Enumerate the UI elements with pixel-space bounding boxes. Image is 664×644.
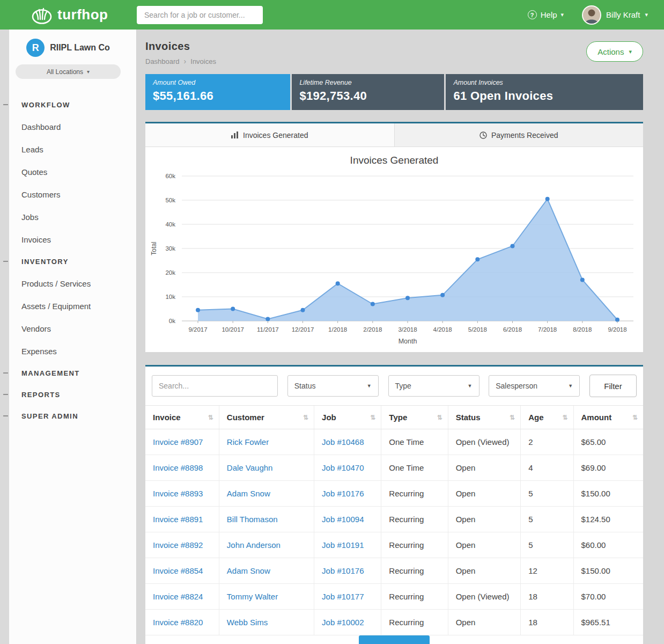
column-header-label: Amount [581, 413, 612, 422]
column-header-amount[interactable]: Amount⇅ [573, 406, 643, 429]
job-link[interactable]: Job #10470 [322, 463, 364, 472]
customer-link[interactable]: Webb Sims [227, 618, 268, 627]
sidebar-section-super-admin[interactable]: SUPER ADMIN [0, 405, 136, 427]
sidebar-item-quotes[interactable]: Quotes [0, 160, 136, 183]
job-link[interactable]: Job #10468 [322, 437, 364, 447]
x-tick-label: 3/2018 [398, 326, 417, 333]
sort-icon[interactable]: ⇅ [370, 414, 375, 421]
sort-icon[interactable]: ⇅ [437, 414, 442, 421]
age-cell: 4 [528, 463, 533, 472]
y-tick-label: 30k [165, 245, 175, 252]
invoice-link[interactable]: Invoice #8824 [153, 592, 203, 601]
user-menu[interactable]: Billy Kraft ▾ [582, 5, 648, 25]
page-title: Invoices [145, 40, 216, 53]
chart-panel: Invoices Generated Payments Received Inv… [145, 122, 643, 352]
column-header-job[interactable]: Job⇅ [314, 406, 381, 429]
tab-payments-received[interactable]: Payments Received [394, 123, 644, 147]
invoices-generated-chart[interactable]: 0k10k20k30k40k50k60k9/201710/201711/2017… [147, 169, 641, 349]
invoice-link[interactable]: Invoice #8893 [153, 489, 203, 498]
topbar: turfhop ? Help ▾ Billy Kraft ▾ [0, 0, 664, 30]
pagination-active-page[interactable] [359, 635, 430, 644]
amount-cell: $965.51 [581, 618, 610, 627]
job-link[interactable]: Job #10177 [322, 592, 364, 601]
avatar [582, 5, 601, 25]
customer-link[interactable]: Rick Fowler [227, 437, 269, 447]
sidebar-item-leads[interactable]: Leads [0, 138, 136, 160]
status-select[interactable]: Status ▼ [287, 375, 379, 397]
job-link[interactable]: Job #10002 [322, 618, 364, 627]
column-header-customer[interactable]: Customer⇅ [219, 406, 314, 429]
amount-cell: $124.50 [581, 515, 610, 524]
filter-button[interactable]: Filter [589, 375, 637, 397]
status-cell: Open [456, 463, 476, 472]
column-header-type[interactable]: Type⇅ [381, 406, 448, 429]
sidebar-item-assets-equipment[interactable]: Assets / Equipment [0, 295, 136, 317]
sidebar-item-jobs[interactable]: Jobs [0, 206, 136, 228]
job-link[interactable]: Job #10176 [322, 566, 364, 575]
sort-icon[interactable]: ⇅ [208, 414, 213, 421]
column-header-label: Job [322, 413, 336, 422]
status-select-value: Status [294, 382, 316, 390]
brand[interactable]: turfhop [0, 6, 137, 24]
column-header-invoice[interactable]: Invoice⇅ [145, 406, 219, 429]
customer-link[interactable]: Dale Vaughn [227, 463, 273, 472]
location-selector[interactable]: All Locations ▾ [16, 64, 121, 79]
table-header-row: Invoice⇅Customer⇅Job⇅Type⇅Status⇅Age⇅Amo… [145, 406, 643, 429]
x-tick-label: 12/2017 [292, 326, 314, 333]
invoice-link[interactable]: Invoice #8898 [153, 463, 203, 472]
breadcrumb-dashboard[interactable]: Dashboard [145, 57, 180, 65]
salesperson-select[interactable]: Salesperson ▼ [489, 375, 580, 397]
help-icon: ? [528, 10, 537, 19]
sidebar-section-reports[interactable]: REPORTS [0, 384, 136, 405]
type-select[interactable]: Type ▼ [388, 375, 479, 397]
sidebar-item-vendors[interactable]: Vendors [0, 317, 136, 340]
column-header-age[interactable]: Age⇅ [521, 406, 573, 429]
salesperson-select-value: Salesperson [496, 382, 537, 390]
sort-icon[interactable]: ⇅ [562, 414, 567, 421]
job-link[interactable]: Job #10191 [322, 540, 364, 550]
sort-icon[interactable]: ⇅ [303, 414, 308, 421]
tab-invoices-generated[interactable]: Invoices Generated [145, 123, 394, 147]
sidebar-section-inventory[interactable]: INVENTORY [0, 251, 136, 272]
invoice-link[interactable]: Invoice #8892 [153, 540, 203, 550]
x-tick-label: 9/2018 [608, 326, 626, 333]
sidebar-section-management[interactable]: MANAGEMENT [0, 362, 136, 384]
table-row: Invoice #8892John AndersonJob #10191Recu… [145, 532, 643, 558]
customer-link[interactable]: Adam Snow [227, 489, 270, 498]
sidebar-section-workflow[interactable]: WORKFLOW [0, 94, 136, 115]
global-search-input[interactable] [137, 6, 263, 24]
invoice-link[interactable]: Invoice #8854 [153, 566, 203, 575]
sort-icon[interactable]: ⇅ [510, 414, 515, 421]
stat-value: 61 Open Invoices [453, 89, 636, 103]
job-link[interactable]: Job #10176 [322, 489, 364, 498]
sidebar-item-customers[interactable]: Customers [0, 183, 136, 206]
column-header-status[interactable]: Status⇅ [448, 406, 520, 429]
x-tick-label: 10/2017 [222, 326, 244, 333]
customer-link[interactable]: John Anderson [227, 540, 281, 550]
customer-link[interactable]: Tommy Walter [227, 592, 278, 601]
column-header-label: Customer [227, 413, 264, 422]
help-menu[interactable]: ? Help ▾ [528, 10, 564, 19]
y-tick-label: 0k [169, 318, 175, 324]
stat-card-lifetime-revenue: Lifetime Revenue $192,753.40 [292, 74, 444, 110]
sidebar-item-invoices[interactable]: Invoices [0, 228, 136, 251]
sidebar-item-products-services[interactable]: Products / Services [0, 272, 136, 295]
invoice-link[interactable]: Invoice #8820 [153, 618, 203, 627]
age-cell: 5 [528, 540, 533, 550]
invoice-link[interactable]: Invoice #8907 [153, 437, 203, 447]
x-tick-label: 4/2018 [433, 326, 452, 333]
table-row: Invoice #8898Dale VaughnJob #10470One Ti… [145, 455, 643, 481]
column-header-label: Status [456, 413, 481, 422]
actions-button[interactable]: Actions ▾ [586, 41, 643, 62]
invoice-link[interactable]: Invoice #8891 [153, 515, 203, 524]
sidebar-item-dashboard[interactable]: Dashboard [0, 115, 136, 138]
sidebar-item-expenses[interactable]: Expenses [0, 340, 136, 362]
table-search-input[interactable] [152, 375, 278, 397]
actions-button-label: Actions [597, 47, 624, 56]
customer-link[interactable]: Bill Thomason [227, 515, 278, 524]
type-cell: Recurring [389, 489, 424, 498]
section-collapse-icon [3, 415, 8, 416]
job-link[interactable]: Job #10094 [322, 515, 364, 524]
customer-link[interactable]: Adam Snow [227, 566, 270, 575]
sort-icon[interactable]: ⇅ [632, 414, 638, 421]
